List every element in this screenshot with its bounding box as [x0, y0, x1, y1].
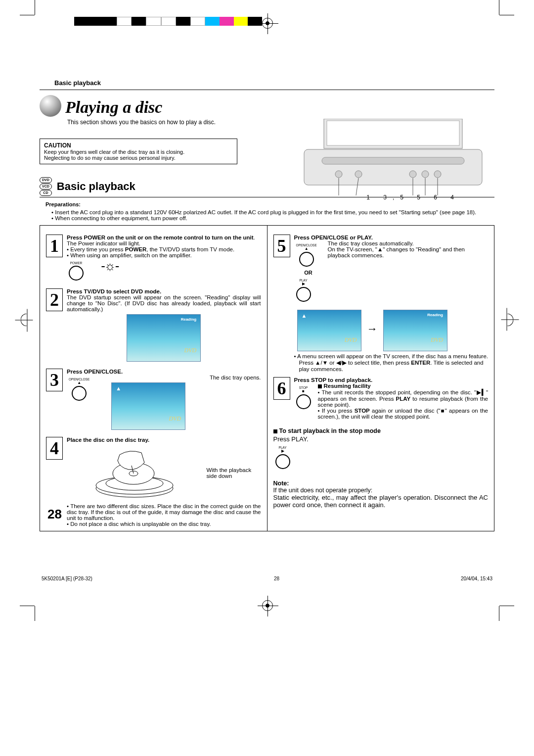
- footer-right: 20/4/04, 15:43: [461, 576, 492, 581]
- left-column: 1 Press POWER on the unit or on the remo…: [40, 226, 267, 531]
- svg-rect-2: [304, 149, 482, 185]
- note-subhead: If the unit does not operate properly:: [273, 487, 489, 494]
- step-number-3: 3: [46, 369, 63, 391]
- section-ornament-sphere: [40, 95, 61, 117]
- page-number: 28: [47, 507, 62, 522]
- step-number-4: 4: [46, 437, 63, 460]
- step-1: 1 Press POWER on the unit or on the remo…: [46, 235, 261, 284]
- device-callout-numbers: 1 3,5 5 6 4: [366, 194, 460, 201]
- svg-point-7: [422, 171, 429, 178]
- arrow-right-icon: →: [367, 323, 378, 335]
- note-label: Note:: [273, 480, 489, 487]
- caution-line2: Neglecting to do so may cause serious pe…: [44, 155, 233, 161]
- step-number-6: 6: [273, 377, 290, 400]
- step-2: 2 Press TV/DVD to select DVD mode. The D…: [46, 288, 261, 364]
- step-5: 5 Press OPEN/CLOSE or PLAY. OPEN/CLOSE ▲…: [273, 235, 489, 372]
- open-close-button-icon-2: OPEN/CLOSE ▲: [296, 243, 317, 267]
- svg-point-6: [409, 171, 416, 178]
- play-button-icon-2: PLAY ▶: [275, 446, 290, 469]
- play-button-icon: PLAY ▶: [296, 279, 311, 302]
- page-header-title: Basic playback: [54, 79, 494, 87]
- dvd-reading-screen: Reading DVD: [127, 314, 201, 362]
- step-4: 4 Place the disc on the disc tray.: [46, 437, 261, 527]
- footer-left: 5K50201A [E] (P28-32): [42, 576, 92, 581]
- dvd-eject-screen: ▲ DVD: [111, 382, 185, 430]
- start-playback-heading: To start playback in the stop mode: [273, 427, 489, 434]
- caution-line1: Keep your fingers well clear of the disc…: [44, 149, 233, 155]
- note-body: Static electricity, etc., may affect the…: [273, 494, 489, 509]
- footer-mid: 28: [274, 576, 279, 581]
- caution-box: CAUTION Keep your fingers well clear of …: [40, 139, 237, 164]
- step-number-1: 1: [46, 235, 63, 257]
- footer: 5K50201A [E] (P28-32) 28 20/4/04, 15:43: [40, 576, 494, 581]
- section-title: Basic playback: [57, 180, 135, 193]
- disc-type-badges: DVD VCD CD: [40, 177, 52, 196]
- screen-eject: ▲ DVD: [297, 310, 361, 351]
- disc-tray-illustration: [90, 446, 179, 500]
- svg-point-4: [335, 171, 342, 178]
- registration-target-bottom: [262, 600, 273, 611]
- step-number-2: 2: [46, 288, 63, 311]
- preparations-list: Insert the AC cord plug into a standard …: [51, 209, 494, 221]
- svg-rect-3: [322, 157, 464, 164]
- page-title: Playing a disc: [65, 98, 162, 117]
- stop-button-icon: STOP ■: [296, 386, 311, 417]
- step-3: 3 Press OPEN/CLOSE. OPEN/CLOSE ▲ The dis…: [46, 369, 261, 432]
- right-column: 5 Press OPEN/CLOSE or PLAY. OPEN/CLOSE ▲…: [267, 226, 494, 531]
- step-6: 6 Press STOP to end playback. STOP ■ Res…: [273, 377, 489, 420]
- brightness-icon: -☼-: [101, 258, 118, 274]
- svg-point-8: [434, 171, 441, 178]
- caution-label: CAUTION: [44, 142, 233, 149]
- screen-reading: Reading DVD: [383, 310, 447, 351]
- svg-rect-1: [327, 121, 459, 145]
- color-calibration-bar: [74, 17, 262, 26]
- registration-target-top: [262, 18, 273, 29]
- svg-point-5: [355, 171, 362, 178]
- open-close-button-icon: OPEN/CLOSE ▲: [69, 378, 89, 401]
- step-number-5: 5: [273, 235, 290, 257]
- power-button-icon: POWER: [69, 261, 84, 281]
